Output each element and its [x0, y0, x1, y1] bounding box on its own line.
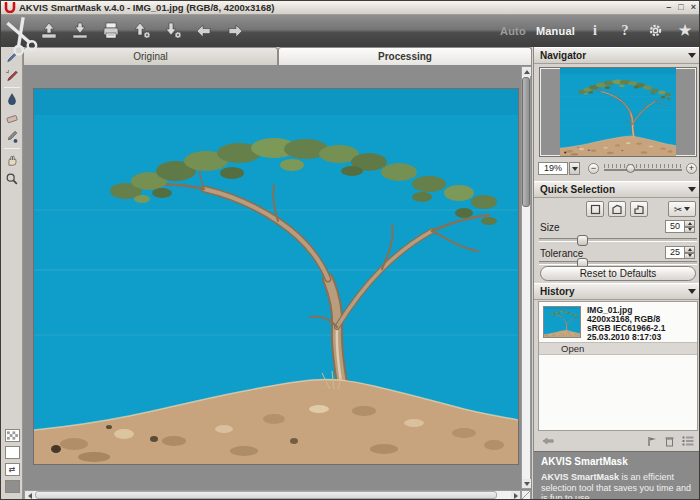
- add-selection-icon: [611, 204, 623, 215]
- collapse-triangle-icon[interactable]: [688, 187, 696, 196]
- size-value[interactable]: 50: [665, 220, 685, 233]
- zoom-value-input[interactable]: 19%: [538, 162, 568, 175]
- horizontal-scroll-thumb[interactable]: [35, 491, 497, 499]
- trash-icon[interactable]: [665, 436, 674, 447]
- load-settings-button[interactable]: [128, 17, 155, 44]
- print-icon: [101, 21, 121, 41]
- collapse-triangle-icon[interactable]: [688, 289, 696, 298]
- navigator-header[interactable]: Navigator: [534, 47, 700, 64]
- tolerance-spinner[interactable]: 25: [665, 246, 695, 259]
- view-tabs: Original Processing: [23, 47, 532, 65]
- zoom-slider-thumb[interactable]: [626, 164, 635, 173]
- scroll-left-button[interactable]: [25, 491, 34, 500]
- navigator-title: Navigator: [540, 50, 586, 61]
- vertical-scroll-thumb[interactable]: [522, 77, 530, 207]
- window-title: AKVIS SmartMask v.4.0 - IMG_01.jpg (RGB/…: [19, 2, 274, 13]
- gray-background-button[interactable]: [5, 480, 20, 493]
- chameleon-brush-tool[interactable]: [3, 128, 21, 146]
- drop-area-pencil-tool[interactable]: [3, 67, 21, 85]
- preferences-gear-icon[interactable]: [645, 21, 665, 41]
- history-footer-toolbar: [534, 433, 700, 449]
- size-spin-buttons[interactable]: [685, 220, 695, 233]
- subtract-selection-icon: [633, 204, 645, 215]
- back-arrow-icon[interactable]: [542, 436, 554, 446]
- tab-original[interactable]: Original: [23, 47, 278, 65]
- zoom-slider-track[interactable]: [604, 169, 682, 171]
- quick-selection-tool-button[interactable]: ✂: [668, 201, 696, 217]
- tolerance-value[interactable]: 25: [665, 246, 685, 259]
- quick-selection-title: Quick Selection: [540, 184, 615, 195]
- akvis-logo-icon: [4, 2, 16, 13]
- history-item-open[interactable]: Open: [539, 342, 697, 355]
- zoom-dropdown-button[interactable]: [569, 162, 580, 175]
- snapshot-list-icon[interactable]: [682, 436, 694, 446]
- scroll-down-button[interactable]: [522, 479, 531, 488]
- photo-tree-on-cliff[interactable]: [34, 89, 518, 464]
- add-selection-button[interactable]: [608, 201, 626, 217]
- eraser-tool[interactable]: [3, 109, 21, 127]
- transparent-background-button[interactable]: [5, 429, 20, 442]
- tab-processing[interactable]: Processing: [278, 47, 532, 65]
- info-icon[interactable]: i: [585, 21, 605, 41]
- right-arrow-icon: [225, 21, 245, 41]
- maximize-button[interactable]: □: [678, 2, 683, 13]
- selection-mode-row: ✂: [534, 201, 700, 219]
- magic-brush-tool[interactable]: [3, 90, 21, 108]
- hand-tool[interactable]: [3, 151, 21, 169]
- new-selection-button[interactable]: [586, 201, 604, 217]
- open-icon: [39, 21, 59, 41]
- zoom-controls: 19% − +: [534, 161, 700, 177]
- app-window: AKVIS SmartMask v.4.0 - IMG_01.jpg (RGB/…: [0, 0, 700, 500]
- history-header[interactable]: History: [534, 283, 700, 300]
- mode-manual[interactable]: Manual: [536, 25, 575, 37]
- reset-to-defaults-button[interactable]: Reset to Defaults: [540, 266, 696, 281]
- zoom-out-button[interactable]: −: [588, 163, 599, 174]
- hand-icon: [5, 153, 19, 167]
- tab-original-label: Original: [133, 51, 167, 62]
- left-arrow-icon: [194, 21, 214, 41]
- collapse-triangle-icon[interactable]: [688, 53, 696, 62]
- redo-button[interactable]: [221, 17, 248, 44]
- swap-background-button[interactable]: ⇄: [5, 463, 20, 476]
- help-icon[interactable]: ?: [615, 21, 635, 41]
- main-toolbar: Auto Manual i ? ★: [1, 15, 700, 47]
- tolerance-spin-buttons[interactable]: [685, 246, 695, 259]
- minimize-button[interactable]: –: [666, 2, 671, 13]
- hint-panel-title: AKVIS SmartMask: [541, 456, 695, 467]
- history-open-label: Open: [561, 343, 584, 354]
- undo-button[interactable]: [190, 17, 217, 44]
- image-canvas[interactable]: [23, 65, 532, 500]
- save-button[interactable]: [66, 17, 93, 44]
- scroll-up-button[interactable]: [522, 67, 531, 76]
- tool-separator: [4, 87, 20, 88]
- vertical-scrollbar[interactable]: [521, 66, 531, 489]
- checker-icon: [7, 431, 18, 440]
- size-slider-handle[interactable]: [577, 235, 588, 246]
- horizontal-scrollbar[interactable]: [24, 490, 521, 500]
- save-settings-button[interactable]: [159, 17, 186, 44]
- load-settings-icon: [131, 21, 153, 41]
- zoom-tool[interactable]: [3, 170, 21, 188]
- zoom-in-button[interactable]: +: [686, 163, 697, 174]
- size-slider-track[interactable]: [539, 238, 697, 242]
- white-background-button[interactable]: [5, 446, 20, 459]
- resize-grip[interactable]: [521, 490, 531, 500]
- navigator-thumbnail[interactable]: [539, 67, 697, 157]
- title-bar[interactable]: AKVIS SmartMask v.4.0 - IMG_01.jpg (RGB/…: [1, 1, 700, 15]
- subtract-selection-button[interactable]: [630, 201, 648, 217]
- tool-separator: [4, 148, 20, 149]
- size-label: Size: [540, 222, 559, 233]
- history-list[interactable]: IMG_01.jpg 4200x3168, RGB/8 sRGB IEC6196…: [538, 301, 698, 431]
- quick-selection-header[interactable]: Quick Selection: [534, 181, 700, 198]
- print-button[interactable]: [97, 17, 124, 44]
- scroll-right-button[interactable]: [511, 491, 520, 500]
- history-thumbnail[interactable]: [543, 306, 581, 338]
- upgrade-star-icon[interactable]: ★: [675, 21, 695, 41]
- size-spinner[interactable]: 50: [665, 220, 695, 233]
- history-title: History: [540, 286, 574, 297]
- tolerance-slider-track[interactable]: [539, 261, 697, 265]
- flag-icon[interactable]: [647, 436, 657, 447]
- zoom-slider-ticks: [604, 164, 682, 168]
- mode-auto[interactable]: Auto: [500, 25, 526, 37]
- close-button[interactable]: ×: [691, 2, 696, 13]
